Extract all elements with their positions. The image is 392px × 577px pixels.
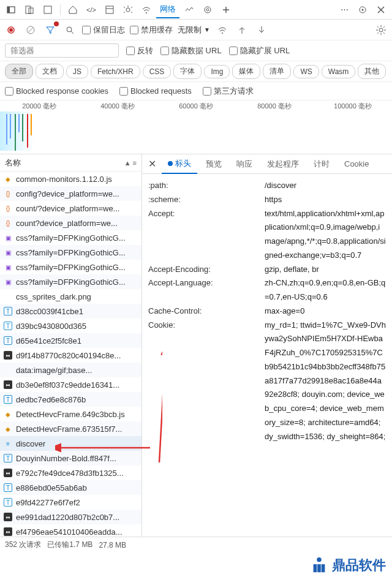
filter-font[interactable]: 字体 <box>173 64 202 79</box>
tab-preview[interactable]: 预览 <box>200 155 228 173</box>
request-name: css_sprites_dark.png <box>16 292 91 301</box>
debugger-icon[interactable] <box>119 1 137 18</box>
export-har-icon[interactable] <box>254 23 269 37</box>
request-name: css?family=DFPKingGothicG... <box>16 233 126 243</box>
filter-icon[interactable] <box>43 23 58 37</box>
header-key: Cache-Control: <box>148 304 265 319</box>
network-timeline[interactable]: 20000 毫秒40000 毫秒60000 毫秒80000 毫秒100000 毫… <box>0 100 392 154</box>
timeline-tick: 20000 毫秒 <box>0 102 78 111</box>
request-row[interactable]: ≡discover <box>0 436 141 451</box>
tab-headers[interactable]: 标头 <box>162 154 197 174</box>
filter-media[interactable]: 媒体 <box>232 64 260 79</box>
request-row[interactable]: ◆DetectHevcFrame.649c3bcb.js <box>0 407 141 421</box>
disable-cache-checkbox[interactable]: 禁用缓存 <box>130 25 173 36</box>
request-row[interactable]: ◆DetectHevcFrame.673515f7... <box>0 421 141 436</box>
headers-view[interactable]: :path:/discover:scheme:httpsAccept:text/… <box>142 174 392 537</box>
request-row[interactable]: {}config?device_platform=we... <box>0 186 141 201</box>
preserve-log-checkbox[interactable]: 保留日志 <box>82 25 125 36</box>
request-row[interactable]: ▪▪ef4796eae541010406eadda... <box>0 524 141 537</box>
request-row[interactable]: Tdedbc7ed6e8c876b <box>0 392 141 407</box>
dock-side-icon[interactable] <box>2 1 20 18</box>
filter-all[interactable]: 全部 <box>5 64 33 79</box>
more-icon[interactable]: ⋯ <box>336 1 353 18</box>
filter-fetch[interactable]: Fetch/XHR <box>91 65 140 78</box>
svg-line-13 <box>131 12 132 13</box>
hide-data-url-checkbox[interactable]: 隐藏数据 URL <box>160 45 222 56</box>
elements-icon[interactable] <box>101 1 118 18</box>
performance-icon[interactable] <box>181 1 198 18</box>
filter-doc[interactable]: 文档 <box>36 64 64 79</box>
filter-ws[interactable]: WS <box>293 65 318 78</box>
header-value: max-age=0 <box>265 304 386 319</box>
clear-icon[interactable] <box>23 23 38 37</box>
request-row[interactable]: ▣css?family=DFPKingGothicG... <box>0 260 141 274</box>
network-tab[interactable]: 网络 <box>156 1 179 18</box>
filter-css[interactable]: CSS <box>143 65 172 78</box>
request-row[interactable]: css_sprites_dark.png <box>0 289 141 304</box>
tab-timing[interactable]: 计时 <box>307 155 336 173</box>
search-icon[interactable] <box>62 23 77 37</box>
request-list-pane: 名称 ▲ ≡ ◆common-monitors.1.12.0.js{}confi… <box>0 154 142 537</box>
invert-checkbox[interactable]: 反转 <box>126 45 153 56</box>
throttle-select[interactable]: 无限制 ▼ <box>178 25 210 36</box>
blocked-requests-checkbox[interactable]: Blocked requests <box>119 86 192 96</box>
request-row[interactable]: Td38cc0039f41cbe1 <box>0 304 141 319</box>
import-har-icon[interactable] <box>235 23 249 37</box>
filter-other[interactable]: 其他 <box>358 64 386 79</box>
request-row[interactable]: Te9fd42277e6f7ef2 <box>0 495 141 510</box>
request-row[interactable]: ◆common-monitors.1.12.0.js <box>0 172 141 186</box>
request-row[interactable]: Td39bc9430800d365 <box>0 319 141 333</box>
add-tab-icon[interactable] <box>217 1 235 18</box>
filter-wasm[interactable]: Wasm <box>322 65 356 78</box>
request-name: data:image/gif;base... <box>16 366 92 375</box>
request-row[interactable]: Te886ebd0e55ab6ab <box>0 480 141 495</box>
request-row[interactable]: ▪▪e792c7fe49dce478d3fb1325... <box>0 466 141 480</box>
hide-ext-url-checkbox[interactable]: 隐藏扩展 URL <box>229 45 290 56</box>
request-row[interactable]: ▪▪db3e0ef8f037c9edde16341... <box>0 377 141 392</box>
filter-bar: 反转 隐藏数据 URL 隐藏扩展 URL <box>0 40 392 61</box>
request-row[interactable]: Td65e41ce2f5fc8e1 <box>0 333 141 348</box>
svg-rect-4 <box>44 6 51 13</box>
request-row[interactable]: ▣css?family=DFPKingGothicG... <box>0 274 141 289</box>
request-name: discover <box>16 439 45 448</box>
name-column-header[interactable]: 名称 ▲ ≡ <box>0 154 141 172</box>
third-party-checkbox[interactable]: 第三方请求 <box>203 86 254 97</box>
request-row[interactable]: ▣css?family=DFPKingGothicG... <box>0 245 141 260</box>
record-icon[interactable] <box>4 23 18 37</box>
tab-initiator[interactable]: 发起程序 <box>261 155 305 173</box>
filter-manifest[interactable]: 清单 <box>263 64 291 79</box>
request-row[interactable]: ▪▪ee991dad1220d807b2c0b7... <box>0 510 141 524</box>
request-name: css?family=DFPKingGothicG... <box>16 263 126 272</box>
header-row: Cookie:my_rd=1; ttwid=1%7C_Wxe9-DVhywa2y… <box>148 319 386 444</box>
wifi-icon[interactable] <box>138 1 155 18</box>
header-key: Accept: <box>148 207 265 263</box>
request-name: e886ebd0e55ab6ab <box>16 483 87 492</box>
sources-icon[interactable]: </> <box>83 1 100 18</box>
request-row[interactable]: ▪▪d9f14b8770c820c40194c8e... <box>0 348 141 363</box>
timeline-tick: 40000 毫秒 <box>78 102 157 111</box>
close-devtools-icon[interactable] <box>372 1 390 18</box>
filter-img[interactable]: Img <box>204 65 230 78</box>
sort-indicator-icon: ▲ ≡ <box>124 159 137 167</box>
home-icon[interactable] <box>64 1 81 18</box>
request-row[interactable]: data:image/gif;base... <box>0 363 141 377</box>
device-toolbar-icon[interactable] <box>21 1 38 18</box>
memory-icon[interactable] <box>199 1 216 18</box>
request-row[interactable]: {}count/?device_platform=we... <box>0 201 141 216</box>
svg-point-8 <box>126 8 130 12</box>
request-row[interactable]: {}count?device_platform=we... <box>0 216 141 230</box>
request-row[interactable]: TDouyinNumber-Bold.ff847f... <box>0 451 141 466</box>
wifi-throttle-icon[interactable] <box>215 23 230 37</box>
close-detail-icon[interactable]: ✕ <box>145 157 159 172</box>
header-row: Accept-Language:zh-CN,zh;q=0.9,en;q=0.8,… <box>148 276 386 304</box>
request-row[interactable]: ▣css?family=DFPKingGothicG... <box>0 230 141 245</box>
tab-response[interactable]: 响应 <box>230 155 258 173</box>
inspect-icon[interactable] <box>39 1 56 18</box>
filter-js[interactable]: JS <box>66 65 88 78</box>
gear-icon[interactable] <box>374 23 388 37</box>
filter-input[interactable] <box>5 43 119 58</box>
settings-icon[interactable] <box>354 1 371 18</box>
request-list[interactable]: ◆common-monitors.1.12.0.js{}config?devic… <box>0 172 141 537</box>
blocked-cookies-checkbox[interactable]: Blocked response cookies <box>5 86 108 96</box>
tab-cookie[interactable]: Cookie <box>338 156 375 172</box>
